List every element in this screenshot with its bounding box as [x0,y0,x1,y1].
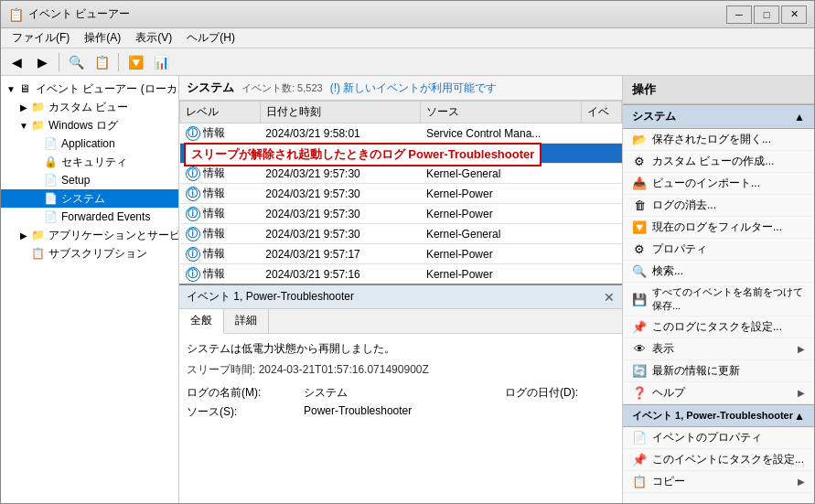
action-copy-label: コピー [652,474,685,489]
detail-close-button[interactable]: ✕ [604,290,615,305]
help-icon: ❓ [632,386,647,401]
menu-help[interactable]: ヘルプ(H) [179,28,242,48]
sidebar-item-winlogs[interactable]: ▼ 📁 Windows ログ [1,116,178,134]
action-save-all-label: すべてのイベントを名前をつけて保存... [652,285,805,313]
open-saved-icon: 📂 [632,133,647,147]
detail-tabs: 全般 詳細 [179,309,622,334]
info-icon-8: ⓘ [186,267,200,282]
sidebar-item-subscriptions[interactable]: 📋 サブスクリプション [1,244,178,263]
info-icon-7: ⓘ [186,247,200,262]
action-refresh[interactable]: 🔄 最新の情報に更新 [623,360,814,382]
action-save-all[interactable]: 💾 すべてのイベントを名前をつけて保存... [623,283,814,316]
columns-button[interactable]: 📊 [149,51,173,73]
log-name-value: システム [304,385,498,401]
detail-summary: システムは低電力状態から再開しました。 [187,341,615,357]
actions-header: 操作 [623,76,814,104]
event-level-8: ⓘ 情報 [180,264,261,284]
action-clear-log[interactable]: 🗑 ログの消去... [623,195,814,217]
save-all-icon: 💾 [632,292,647,306]
event-table-container: レベル 日付と時刻 ソース イベ ⓘ 情報 2024/03/21 9 [179,101,622,284]
event-row-6[interactable]: ⓘ 情報 2024/03/21 9:57:30 Kernel-General [180,224,622,244]
sidebar-item-appsvc[interactable]: ▶ 📁 アプリケーションとサービス ログ [1,226,178,244]
expand-system [30,192,43,205]
menu-action[interactable]: 操作(A) [77,28,128,48]
info-icon-6: ⓘ [186,227,200,241]
event-id-2 [582,144,622,164]
system-icon: 📄 [43,191,58,206]
action-view[interactable]: 👁 表示 ▶ [623,338,814,360]
event-level-1: ⓘ 情報 [180,123,261,144]
scope-button[interactable]: 🔍 [64,51,88,73]
event-datetime-7: 2024/03/21 9:57:17 [260,244,421,264]
detail-fields: ログの名前(M): システム ログの日付(D): ソース(S): Power-T… [187,385,615,420]
refresh-icon: 🔄 [632,364,647,379]
winlogs-icon: 📁 [30,118,45,133]
expand-custom: ▶ [17,101,30,113]
event-source-1: Service Control Mana... [421,123,582,144]
action-create-view[interactable]: ⚙ カスタム ビューの作成... [623,151,814,173]
minimize-button[interactable]: ─ [726,5,752,24]
action-import-view-label: ビューのインポート... [652,176,760,191]
tab-details[interactable]: 詳細 [224,309,269,333]
create-view-icon: ⚙ [632,155,647,169]
sidebar-item-root[interactable]: ▼ 🖥 イベント ビューアー (ローカル) [1,80,178,98]
event-source-5: Kernel-Power [421,204,582,224]
action-filter-log[interactable]: 🔽 現在のログをフィルター... [623,217,814,239]
tab-general[interactable]: 全般 [179,309,224,334]
sidebar-item-custom[interactable]: ▶ 📁 カスタム ビュー [1,98,178,116]
event-row-8[interactable]: ⓘ 情報 2024/03/21 9:57:16 Kernel-Power [180,264,622,284]
event-level-5: ⓘ 情報 [180,204,261,224]
action-open-saved[interactable]: 📂 保存されたログを開く... [623,129,814,151]
view-button[interactable]: 📋 [90,51,113,73]
system-section-header[interactable]: システム ▲ [623,104,814,129]
detail-body: システムは低電力状態から再開しました。 スリープ時間: 2024-03-21T0… [179,334,622,427]
event-level-6: ⓘ 情報 [180,224,261,244]
sidebar-item-setup[interactable]: 📄 Setup [1,171,178,189]
action-create-view-label: カスタム ビューの作成... [652,154,774,169]
action-set-task-log-label: このログにタスクを設定... [652,319,782,335]
forwarded-icon: 📄 [43,209,58,224]
action-event-props-label: イベントのプロパティ [652,430,762,445]
col-source[interactable]: ソース [421,102,582,123]
action-import-view[interactable]: 📥 ビューのインポート... [623,173,814,195]
event-table: レベル 日付と時刻 ソース イベ ⓘ 情報 2024/03/21 9 [179,101,622,284]
action-properties[interactable]: ⚙ プロパティ [623,239,814,261]
sidebar-label-subscriptions: サブスクリプション [48,246,147,262]
action-copy[interactable]: 📋 コピー ▶ [623,471,814,493]
menu-view[interactable]: 表示(V) [128,28,179,48]
subscriptions-icon: 📋 [30,246,45,261]
sidebar-item-system[interactable]: 📄 システム [1,189,178,208]
event-row-5[interactable]: ⓘ 情報 2024/03/21 9:57:30 Kernel-Power [180,204,622,224]
event-section-header[interactable]: イベント 1, Power-Troubleshooter ▲ [623,404,814,427]
expand-setup [30,174,43,187]
event-row-7[interactable]: ⓘ 情報 2024/03/21 9:57:17 Kernel-Power [180,244,622,264]
event-datetime-1: 2024/03/21 9:58:01 [260,123,421,144]
forward-button[interactable]: ▶ [30,51,54,73]
filter-log-icon: 🔽 [632,220,647,235]
event-level-4: ⓘ 情報 [180,184,261,204]
event-row-1[interactable]: ⓘ 情報 2024/03/21 9:58:01 Service Control … [180,123,622,144]
close-button[interactable]: ✕ [781,5,807,24]
event-row-4[interactable]: ⓘ 情報 2024/03/21 9:57:30 Kernel-Power [180,184,622,204]
filter-button[interactable]: 🔽 [123,51,147,73]
col-level[interactable]: レベル [180,102,261,123]
sidebar-item-forwarded[interactable]: 📄 Forwarded Events [1,208,178,226]
sidebar-item-security[interactable]: 🔒 セキュリティ [1,153,178,171]
maximize-button[interactable]: □ [754,5,779,24]
info-icon-3: ⓘ [186,166,200,181]
col-id[interactable]: イベ [582,102,622,123]
action-event-task[interactable]: 📌 このイベントにタスクを設定... [623,449,814,471]
sidebar-label-custom: カスタム ビュー [48,100,128,115]
action-set-task-log[interactable]: 📌 このログにタスクを設定... [623,316,814,338]
action-search[interactable]: 🔍 検索... [623,261,814,283]
sidebar-label-security: セキュリティ [61,155,127,170]
action-event-props[interactable]: 📄 イベントのプロパティ [623,427,814,449]
event-props-icon: 📄 [632,431,647,445]
action-help[interactable]: ❓ ヘルプ ▶ [623,382,814,404]
back-button[interactable]: ◀ [5,51,28,73]
sidebar-label-setup: Setup [61,174,90,187]
menu-file[interactable]: ファイル(F) [5,28,77,48]
expand-winlogs: ▼ [17,119,30,132]
col-datetime[interactable]: 日付と時刻 [260,102,421,123]
sidebar-item-application[interactable]: 📄 Application [1,134,178,153]
